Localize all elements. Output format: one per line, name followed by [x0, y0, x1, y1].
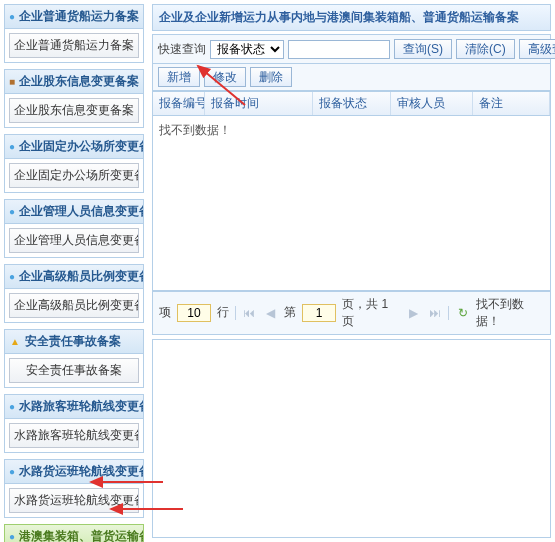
sidebar-section-body: 企业股东信息变更备案	[5, 94, 143, 127]
section-title: 企业固定办公场所变更备案	[19, 138, 143, 155]
search-input[interactable]	[288, 40, 390, 59]
query-button[interactable]: 查询(S)	[394, 39, 452, 59]
section-title: 水路旅客班轮航线变更备案	[19, 398, 143, 415]
grid-col-header[interactable]: 审核人员	[391, 92, 473, 115]
grid-col-header[interactable]: 报备编号	[153, 92, 205, 115]
separator	[235, 306, 236, 320]
sidebar-section-2: ●企业固定办公场所变更备案企业固定办公场所变更备案	[4, 134, 144, 193]
sidebar-section-3: ●企业管理人员信息变更备案企业管理人员信息变更备案	[4, 199, 144, 258]
sidebar-section-7: ●水路货运班轮航线变更备案水路货运班轮航线变更备案	[4, 459, 144, 518]
prev-page-icon[interactable]: ◀	[263, 305, 278, 321]
edit-button[interactable]: 修改	[204, 67, 246, 87]
delete-button[interactable]: 删除	[250, 67, 292, 87]
pager-page-input[interactable]	[302, 304, 336, 322]
section-icon: ●	[9, 531, 15, 543]
sidebar-item[interactable]: 水路货运班轮航线变更备案	[9, 488, 139, 513]
sidebar-section-6: ●水路旅客班轮航线变更备案水路旅客班轮航线变更备案	[4, 394, 144, 453]
sidebar-section-body: 企业管理人员信息变更备案	[5, 224, 143, 257]
main-area: 企业及企业新增运力从事内地与港澳间集装箱船、普通货船运输备案 快速查询 报备状态…	[148, 0, 555, 542]
pager-page-label2: 页，共 1 页	[342, 296, 400, 330]
sidebar-section-header[interactable]: ■企业股东信息变更备案	[5, 70, 143, 94]
sidebar-section-header[interactable]: ●企业固定办公场所变更备案	[5, 135, 143, 159]
sidebar: ●企业普通货船运力备案企业普通货船运力备案■企业股东信息变更备案企业股东信息变更…	[0, 0, 148, 542]
sidebar-section-header[interactable]: ●企业普通货船运力备案	[5, 5, 143, 29]
search-bar: 快速查询 报备状态 查询(S) 清除(C) 高级查询(H)	[152, 34, 551, 64]
grid-header: 报备编号报备时间报备状态审核人员备注	[153, 92, 550, 116]
section-title: 企业管理人员信息变更备案	[19, 203, 143, 220]
pager-per-label2: 行	[217, 304, 229, 321]
sidebar-section-header[interactable]: ▲安全责任事故备案	[5, 330, 143, 354]
grid-col-header[interactable]: 报备状态	[313, 92, 391, 115]
sidebar-section-0: ●企业普通货船运力备案企业普通货船运力备案	[4, 4, 144, 63]
pager-per-input[interactable]	[177, 304, 211, 322]
sidebar-section-header[interactable]: ●企业管理人员信息变更备案	[5, 200, 143, 224]
empty-panel	[152, 339, 551, 539]
section-icon: ●	[9, 206, 15, 218]
pager: 项 行 ⏮ ◀ 第 页，共 1 页 ▶ ⏭ ↻ 找不到数据！	[152, 291, 551, 335]
section-icon: ●	[9, 271, 15, 283]
sidebar-section-header[interactable]: ●港澳集装箱、普货运输备案	[5, 525, 143, 542]
section-title: 企业高级船员比例变更备案	[19, 268, 143, 285]
grid-empty-text: 找不到数据！	[153, 116, 550, 290]
grid-col-header[interactable]: 备注	[473, 92, 550, 115]
sidebar-item[interactable]: 企业股东信息变更备案	[9, 98, 139, 123]
section-icon: ●	[9, 11, 15, 23]
pager-per-label1: 项	[159, 304, 171, 321]
section-title: 企业股东信息变更备案	[19, 73, 139, 90]
section-title: 企业普通货船运力备案	[19, 8, 139, 25]
search-select[interactable]: 报备状态	[210, 40, 284, 59]
pager-page-label1: 第	[284, 304, 296, 321]
sidebar-section-1: ■企业股东信息变更备案企业股东信息变更备案	[4, 69, 144, 128]
last-page-icon[interactable]: ⏭	[427, 305, 442, 321]
section-icon: ●	[9, 141, 15, 153]
sidebar-section-5: ▲安全责任事故备案安全责任事故备案	[4, 329, 144, 388]
sidebar-section-header[interactable]: ●企业高级船员比例变更备案	[5, 265, 143, 289]
sidebar-section-8: ●港澳集装箱、普货运输备案企业及企业新增运力企业或船舶退出	[4, 524, 144, 542]
data-grid: 报备编号报备时间报备状态审核人员备注 找不到数据！	[152, 91, 551, 291]
sidebar-section-body: 水路旅客班轮航线变更备案	[5, 419, 143, 452]
grid-col-header[interactable]: 报备时间	[205, 92, 313, 115]
toolbar: 新增 修改 删除	[152, 64, 551, 91]
section-icon: ▲	[9, 336, 21, 348]
separator	[448, 306, 449, 320]
section-title: 水路货运班轮航线变更备案	[19, 463, 143, 480]
sidebar-section-4: ●企业高级船员比例变更备案企业高级船员比例变更备案	[4, 264, 144, 323]
section-icon: ●	[9, 466, 15, 478]
first-page-icon[interactable]: ⏮	[242, 305, 257, 321]
section-icon: ■	[9, 76, 15, 88]
next-page-icon[interactable]: ▶	[406, 305, 421, 321]
clear-button[interactable]: 清除(C)	[456, 39, 515, 59]
sidebar-item[interactable]: 安全责任事故备案	[9, 358, 139, 383]
sidebar-section-body: 企业高级船员比例变更备案	[5, 289, 143, 322]
pager-status: 找不到数据！	[476, 296, 544, 330]
page-title: 企业及企业新增运力从事内地与港澳间集装箱船、普通货船运输备案	[152, 4, 551, 31]
sidebar-section-body: 企业普通货船运力备案	[5, 29, 143, 62]
sidebar-item[interactable]: 企业管理人员信息变更备案	[9, 228, 139, 253]
section-title: 安全责任事故备案	[25, 333, 121, 350]
sidebar-item[interactable]: 企业普通货船运力备案	[9, 33, 139, 58]
sidebar-item[interactable]: 企业固定办公场所变更备案	[9, 163, 139, 188]
search-label: 快速查询	[158, 41, 206, 58]
sidebar-section-header[interactable]: ●水路旅客班轮航线变更备案	[5, 395, 143, 419]
refresh-icon[interactable]: ↻	[455, 305, 470, 321]
sidebar-section-header[interactable]: ●水路货运班轮航线变更备案	[5, 460, 143, 484]
section-icon: ●	[9, 401, 15, 413]
sidebar-item[interactable]: 水路旅客班轮航线变更备案	[9, 423, 139, 448]
section-title: 港澳集装箱、普货运输备案	[19, 528, 143, 542]
add-button[interactable]: 新增	[158, 67, 200, 87]
sidebar-section-body: 水路货运班轮航线变更备案	[5, 484, 143, 517]
sidebar-section-body: 企业固定办公场所变更备案	[5, 159, 143, 192]
sidebar-item[interactable]: 企业高级船员比例变更备案	[9, 293, 139, 318]
advanced-query-button[interactable]: 高级查询(H)	[519, 39, 555, 59]
sidebar-section-body: 安全责任事故备案	[5, 354, 143, 387]
